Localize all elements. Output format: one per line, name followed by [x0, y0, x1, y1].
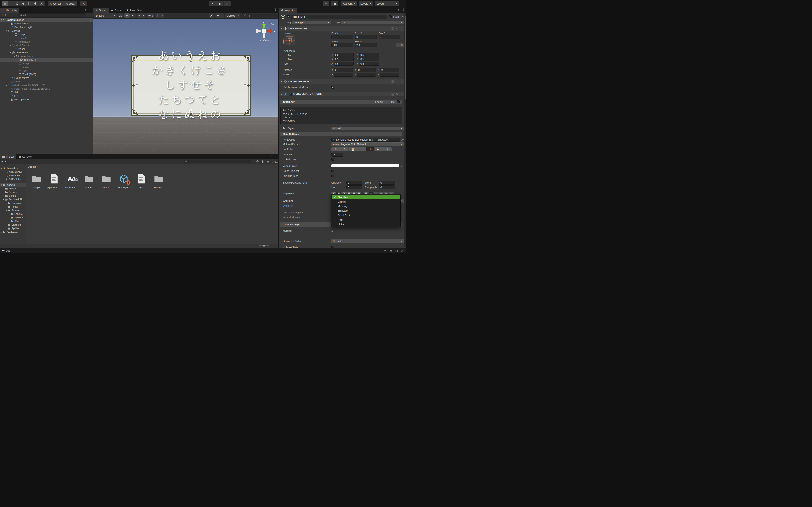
scene-grid-dropdown[interactable]: ▼	[155, 13, 164, 18]
tree-item[interactable]: ▼FrameBack	[0, 51, 93, 54]
raw-edit-mode-button[interactable]: R	[400, 43, 404, 47]
folder-item[interactable]: ▼TextMesh P	[0, 198, 26, 201]
expander-icon[interactable]: ▶	[5, 84, 8, 86]
hierarchy-search-input[interactable]: All	[18, 13, 86, 17]
scene-camera-dropdown[interactable]: ▼	[215, 13, 224, 18]
tab-inspector[interactable]: Inspector	[279, 8, 298, 13]
tree-item[interactable]: bird_sprite_0	[0, 98, 93, 101]
expander-icon[interactable]: ▼	[0, 19, 3, 21]
anchor-min-y-input[interactable]: 0.5	[359, 53, 379, 57]
tree-item[interactable]: RedImage	[0, 40, 93, 44]
expander-icon[interactable]: ▼	[5, 209, 8, 211]
tree-item[interactable]: Panel	[0, 47, 93, 51]
text-style-dropdown[interactable]: Normal▼	[332, 126, 404, 130]
kebab-menu-icon[interactable]: ⋮	[400, 80, 402, 83]
account-dropdown[interactable]: Account▼	[341, 1, 357, 6]
inspector-scrollbar[interactable]	[404, 13, 406, 247]
assets-root[interactable]: ▼Assets	[0, 183, 26, 187]
asset-tile-doc[interactable]: text	[133, 172, 149, 189]
canvas-renderer-header[interactable]: ▼ Canvas Renderer ? ⋮	[279, 79, 404, 84]
layout-dropdown[interactable]: Layout▼	[375, 1, 399, 6]
step-button[interactable]	[223, 1, 231, 6]
search-by-type-icon[interactable]	[256, 160, 259, 163]
eyedropper-icon[interactable]	[401, 165, 404, 168]
kebab-menu-icon[interactable]: ⋮	[400, 93, 402, 96]
folder-item[interactable]: Fonts	[0, 205, 26, 209]
scale-tool-button[interactable]	[20, 1, 26, 6]
material-preset-dropdown[interactable]: komorebi-gothic SDF Material▼	[332, 143, 404, 146]
asset-tile-folder[interactable]: Images	[28, 172, 45, 189]
cull-transparent-mesh-checkbox[interactable]: ✓	[332, 86, 335, 89]
scale-z-input[interactable]: 1	[380, 73, 399, 76]
help-icon[interactable]: ?	[392, 93, 395, 96]
search-by-label-icon[interactable]	[261, 160, 264, 163]
rect-transform-header[interactable]: ▼ Rect Transform ? ⋮	[279, 26, 404, 31]
uppercase-button[interactable]: AB	[374, 147, 383, 151]
scene-visibility-button[interactable]: 0	[147, 13, 154, 18]
asset-tile-scriptable-object[interactable]: {} Text Style...	[115, 172, 132, 189]
console-message-count[interactable]: 108	[6, 249, 10, 252]
tree-item[interactable]: Main Camera	[0, 22, 93, 25]
width-input[interactable]: 600	[332, 43, 353, 47]
expander-icon[interactable]: ▼	[9, 52, 12, 54]
object-name-field[interactable]: Text (TMP)	[291, 15, 388, 19]
tree-item-selected[interactable]: ▶Text (TMP)	[0, 58, 93, 62]
tree-item[interactable]: ▶white-horse-g5b5508438_1920	[0, 83, 93, 87]
anchor-max-x-input[interactable]: 0.5	[334, 57, 354, 61]
breadcrumb[interactable]: Assets›	[26, 165, 278, 169]
tab-console[interactable]: Console	[16, 154, 34, 159]
folder-item[interactable]: Style S	[0, 219, 26, 223]
tree-item[interactable]: Image	[0, 33, 93, 36]
pivot-x-input[interactable]: 0.5	[334, 62, 354, 66]
rect-tool-button[interactable]	[26, 1, 33, 6]
pivot-local-button[interactable]: Local	[63, 1, 78, 6]
pos-z-input[interactable]: 0	[378, 35, 400, 39]
tab-hierarchy[interactable]: Hierarchy	[0, 8, 19, 13]
folder-item[interactable]: Scripts	[0, 194, 26, 198]
character-spacing-input[interactable]: 0	[346, 181, 362, 185]
tree-item[interactable]: ▼FrameImage	[0, 54, 93, 58]
scene-lighting-button[interactable]	[124, 13, 130, 18]
tree-item[interactable]: Text	[0, 69, 93, 72]
foldout-icon[interactable]: ▼	[280, 93, 283, 95]
tree-item[interactable]: 枠1	[0, 91, 93, 94]
notification-bell-icon[interactable]	[384, 249, 387, 252]
shading-mode-dropdown[interactable]: Shaded▼	[94, 13, 117, 18]
transform-tool-button[interactable]	[33, 1, 39, 6]
tree-item[interactable]: 枠3	[0, 94, 93, 98]
help-icon[interactable]: ?	[392, 27, 395, 30]
anchor-min-x-input[interactable]: 0.5	[334, 53, 354, 57]
blueprint-mode-button[interactable]	[396, 43, 400, 47]
italic-button[interactable]: I	[340, 147, 349, 151]
2d-toggle-button[interactable]: 2D	[117, 13, 123, 18]
override-tags-checkbox[interactable]	[332, 174, 335, 177]
create-button[interactable]: +	[1, 160, 3, 163]
presets-icon[interactable]	[396, 80, 398, 83]
component-enabled-checkbox[interactable]: ✓	[289, 93, 292, 96]
foldout-icon[interactable]: ▼	[280, 80, 283, 82]
rotate-tool-button[interactable]	[14, 1, 20, 6]
tag-dropdown[interactable]: Untagged▼	[292, 20, 331, 24]
hand-tool-button[interactable]	[2, 1, 8, 6]
pivot-y-input[interactable]: 0.5	[359, 62, 379, 66]
cloud-button[interactable]	[331, 1, 339, 6]
scene-search-input[interactable]: All	[243, 14, 276, 17]
folder-item[interactable]: Fonts &	[0, 212, 26, 216]
packages-root[interactable]: ▶Packages	[0, 230, 26, 234]
static-checkbox[interactable]	[389, 15, 392, 18]
folder-item[interactable]: Scenes	[0, 190, 26, 194]
folder-item[interactable]: ▼Resource	[0, 209, 26, 212]
word-spacing-input[interactable]: 0	[379, 181, 395, 185]
tree-item[interactable]: ▼Canvas	[0, 29, 93, 33]
tmp-text-header[interactable]: ▼ T ✓ TextMeshPro - Text (UI) ? ⋮	[279, 92, 404, 97]
layer-dropdown[interactable]: UI▼	[342, 20, 404, 24]
kebab-menu-icon[interactable]: ⋮	[274, 155, 277, 157]
unity-services-button[interactable]	[323, 1, 329, 6]
folder-item[interactable]: Documen	[0, 201, 26, 205]
favorite-item[interactable]: All Models	[0, 174, 26, 177]
scene-tools-button[interactable]	[209, 13, 214, 18]
tree-item[interactable]: ImagePra	[0, 36, 93, 40]
folder-item[interactable]: Sprite A	[0, 216, 26, 219]
enable-rtl-checkbox[interactable]	[397, 101, 400, 103]
kebab-menu-icon[interactable]: ⋮	[89, 18, 92, 21]
